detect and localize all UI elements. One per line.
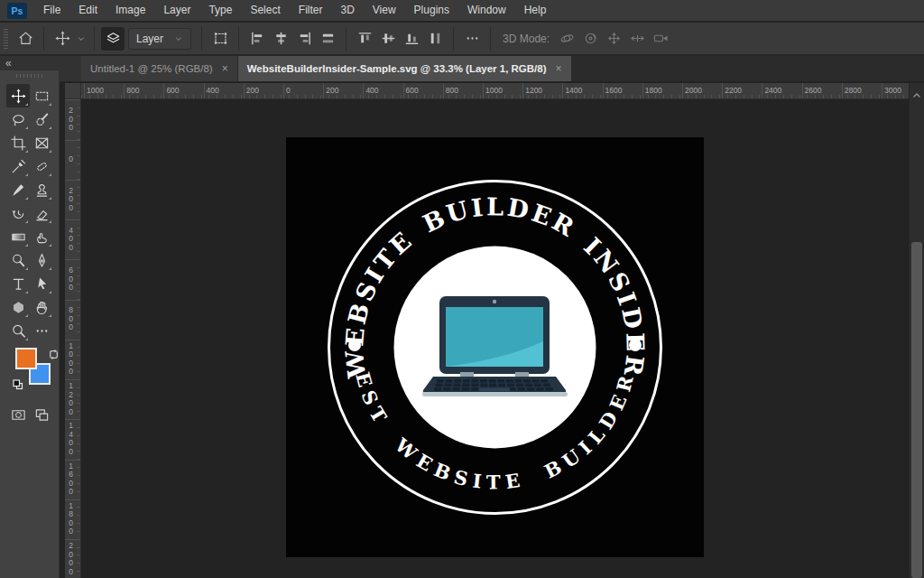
quick-mask-mode-button[interactable] bbox=[6, 403, 30, 426]
align-top-icon[interactable] bbox=[353, 27, 376, 51]
edit-toolbar-button[interactable] bbox=[30, 319, 53, 342]
clone-stamp-tool[interactable] bbox=[30, 178, 53, 201]
menu-type[interactable]: Type bbox=[199, 0, 241, 21]
distribute-horizontal-icon[interactable] bbox=[423, 27, 447, 51]
ruler-tick bbox=[65, 419, 80, 420]
ruler-label: 8 0 0 bbox=[65, 306, 77, 332]
ruler-tick bbox=[65, 99, 80, 100]
menu-plugins[interactable]: Plugins bbox=[405, 0, 458, 21]
align-horizontal-centers-icon[interactable] bbox=[269, 27, 292, 51]
quick-selection-tool[interactable] bbox=[30, 107, 53, 131]
ruler-tick bbox=[483, 83, 484, 98]
separator bbox=[453, 27, 454, 51]
separator bbox=[490, 27, 491, 51]
swap-colors-icon[interactable] bbox=[48, 348, 60, 364]
options-bar: Layer3D Mode: bbox=[0, 23, 924, 56]
separator bbox=[94, 27, 95, 51]
tab-strip: Untitled-1 @ 25% (RGB/8)×WebsiteBuilderI… bbox=[81, 56, 572, 81]
scroll-up-icon[interactable] bbox=[912, 87, 921, 103]
crop-tool[interactable] bbox=[6, 131, 30, 154]
camera-3d-icon[interactable] bbox=[649, 27, 672, 51]
home-icon[interactable] bbox=[14, 27, 37, 51]
ruler-label: 1200 bbox=[525, 86, 542, 95]
ruler-tick bbox=[323, 83, 324, 98]
align-bottom-icon[interactable] bbox=[400, 27, 423, 51]
eraser-tool[interactable] bbox=[30, 201, 53, 225]
align-right-icon[interactable] bbox=[292, 27, 316, 51]
ellipsis-icon[interactable] bbox=[460, 27, 484, 51]
lasso-tool[interactable] bbox=[6, 107, 30, 131]
history-brush-tool[interactable] bbox=[6, 201, 30, 225]
gradient-tool[interactable] bbox=[6, 225, 30, 248]
smudge-tool[interactable] bbox=[30, 225, 53, 248]
hand-tool[interactable] bbox=[30, 295, 53, 319]
ruler-label: 1800 bbox=[645, 86, 662, 95]
ruler-tick bbox=[84, 83, 85, 98]
collapse-panels-button[interactable]: « bbox=[5, 57, 12, 70]
ruler-label: 1 6 0 0 bbox=[65, 462, 77, 497]
path-selection-tool[interactable] bbox=[30, 272, 53, 295]
menu-layer[interactable]: Layer bbox=[154, 0, 199, 21]
menu-view[interactable]: View bbox=[364, 0, 405, 21]
align-vertical-centers-icon[interactable] bbox=[376, 27, 400, 51]
shape-tool[interactable] bbox=[6, 295, 30, 319]
rectangular-marquee-tool[interactable] bbox=[30, 84, 53, 107]
color-swatches bbox=[0, 345, 59, 396]
separator bbox=[201, 27, 202, 51]
frame-tool[interactable] bbox=[30, 131, 53, 154]
menu-select[interactable]: Select bbox=[241, 0, 289, 21]
close-icon[interactable]: × bbox=[556, 62, 562, 75]
menu-filter[interactable]: Filter bbox=[290, 0, 332, 21]
laptop-camera-icon bbox=[493, 300, 496, 303]
document-tab-2[interactable]: WebsiteBuilderInsider-Sample.svg @ 33.3%… bbox=[238, 56, 571, 81]
type-tool[interactable] bbox=[6, 272, 30, 295]
spot-healing-brush-tool[interactable] bbox=[30, 154, 53, 178]
default-colors-icon[interactable] bbox=[13, 378, 23, 394]
ruler-tick bbox=[443, 83, 444, 98]
ruler-tick bbox=[65, 340, 80, 340]
brush-tool[interactable] bbox=[6, 178, 30, 201]
dodge-tool[interactable] bbox=[6, 248, 30, 272]
menu-edit[interactable]: Edit bbox=[69, 0, 106, 21]
chevron-down-icon[interactable] bbox=[74, 27, 88, 51]
laptop-base-lip bbox=[422, 392, 568, 396]
zoom-tool[interactable] bbox=[6, 319, 30, 342]
document-tab-1[interactable]: Untitled-1 @ 25% (RGB/8)× bbox=[81, 56, 237, 81]
close-icon[interactable]: × bbox=[222, 62, 228, 75]
ruler-label: 2600 bbox=[805, 86, 822, 95]
eyedropper-tool[interactable] bbox=[6, 154, 30, 178]
move-icon[interactable] bbox=[51, 27, 74, 51]
roll-3d-icon[interactable] bbox=[578, 27, 602, 51]
distribute-vertical-icon[interactable] bbox=[316, 27, 339, 51]
slide-3d-icon[interactable] bbox=[625, 27, 649, 51]
menu-3d[interactable]: 3D bbox=[331, 0, 363, 21]
ruler-label: 1600 bbox=[605, 86, 623, 95]
document-canvas[interactable]: WEBSITE BUILDER INSIDER BEST WEBSITE BUI… bbox=[286, 137, 704, 557]
menu-image[interactable]: Image bbox=[106, 0, 154, 21]
screen-mode-button[interactable] bbox=[30, 403, 53, 426]
ruler-label: 2 0 0 bbox=[65, 187, 77, 213]
scrollbar-thumb[interactable] bbox=[911, 242, 922, 578]
ruler-label: 1000 bbox=[87, 86, 104, 95]
menu-help[interactable]: Help bbox=[515, 0, 556, 21]
menu-window[interactable]: Window bbox=[458, 0, 515, 21]
ruler-tick bbox=[65, 499, 80, 500]
separator bbox=[238, 27, 239, 51]
rotate-3d-icon[interactable] bbox=[555, 27, 578, 51]
transform-controls-icon[interactable] bbox=[208, 27, 232, 51]
auto-select-dropdown[interactable]: Layer bbox=[128, 28, 191, 50]
document-viewport[interactable]: WEBSITE BUILDER INSIDER BEST WEBSITE BUI… bbox=[81, 99, 909, 578]
vertical-scrollbar[interactable] bbox=[909, 83, 924, 578]
pen-tool[interactable] bbox=[30, 248, 53, 272]
ruler-tick bbox=[65, 259, 80, 260]
move-tool[interactable] bbox=[6, 84, 30, 107]
auto-select-layers-icon[interactable] bbox=[101, 27, 125, 51]
ruler-label: 1 2 0 0 bbox=[65, 382, 77, 416]
menu-file[interactable]: File bbox=[34, 0, 69, 21]
drag-3d-icon[interactable] bbox=[602, 27, 625, 51]
foreground-color-swatch[interactable] bbox=[15, 348, 37, 369]
menu-bar: Ps FileEditImageLayerTypeSelectFilter3DV… bbox=[0, 0, 924, 22]
tab-title: WebsiteBuilderInsider-Sample.svg @ 33.3%… bbox=[247, 63, 547, 74]
auto-select-value: Layer bbox=[136, 33, 163, 45]
align-left-icon[interactable] bbox=[245, 27, 269, 51]
